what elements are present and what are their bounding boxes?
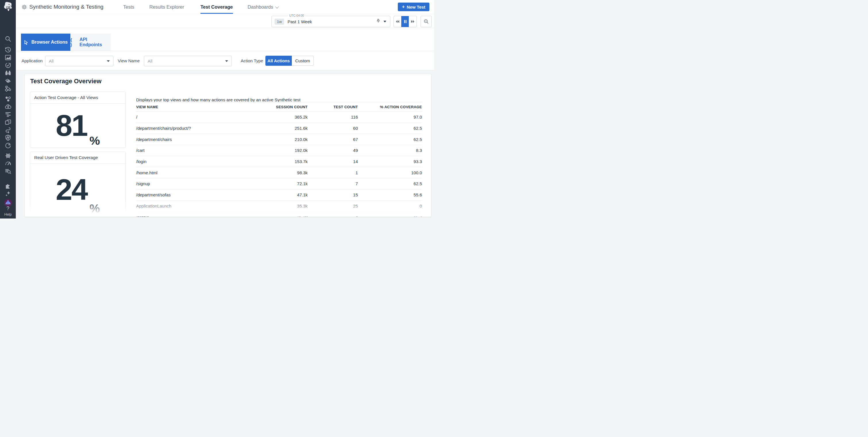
table-row[interactable]: /home.html98.3k1100.0	[136, 167, 422, 178]
coverage-tabstrip: Browser Actions { } API Endpoints	[16, 28, 434, 51]
pin-icon[interactable]	[376, 19, 380, 24]
table-row[interactable]: /signup72.1k762.5	[136, 178, 422, 189]
sidebar-divider	[4, 151, 12, 151]
view-name-cell: /signup	[136, 181, 245, 186]
nav-error-tracking-icon[interactable]	[5, 153, 11, 159]
table-row[interactable]: ApplicationLaunch35.3k250	[136, 201, 422, 212]
datadog-logo[interactable]	[2, 2, 14, 12]
timeframe-label: Past 1 Week	[287, 19, 312, 24]
action-type-option-custom[interactable]: Custom	[292, 56, 314, 66]
help-icon[interactable]: ?	[0, 206, 16, 212]
nav-ci-cd-icon[interactable]	[5, 127, 11, 133]
time-controls-bar: UTC-04:00 1w Past 1 Week	[16, 14, 434, 28]
plus-icon: +	[402, 4, 405, 10]
nav-rum-icon[interactable]	[5, 119, 11, 125]
value-cell: 100.0	[358, 170, 422, 175]
nav-integrations-icon[interactable]	[5, 183, 11, 189]
nav-cloud-cost-icon[interactable]	[5, 103, 11, 110]
coverage-table: VIEW NAMESESSION COUNTTEST COUNT% ACTION…	[136, 102, 422, 217]
value-cell: 35.3k	[245, 215, 308, 217]
nav-monitors-icon[interactable]	[5, 62, 11, 69]
nav-security-icon[interactable]	[5, 134, 11, 141]
panel-title: Test Coverage Overview	[30, 78, 101, 85]
column-header[interactable]: TEST COUNT	[308, 105, 358, 109]
view-name-cell: ApplicationLaunch	[136, 204, 245, 209]
sidebar: ?Help	[0, 0, 16, 218]
nav-profiling-icon[interactable]	[5, 160, 11, 167]
table-row[interactable]: /365.2k11697.0	[136, 112, 422, 123]
value-cell: 25	[308, 204, 358, 209]
nav-service-catalog-icon[interactable]	[5, 77, 11, 84]
nav-infrastructure-icon[interactable]	[5, 96, 11, 102]
table-row[interactable]: /department/chairs/product/?251.6k6062.5	[136, 123, 422, 134]
nav-tab-results-explorer[interactable]: Results Explorer	[149, 0, 184, 14]
braces-icon: { }	[70, 37, 77, 47]
pause-button[interactable]	[401, 16, 409, 27]
card-title: Action Test Coverage - All Views	[30, 92, 126, 104]
nav-watchdog-icon[interactable]	[5, 70, 11, 76]
view-name-dropdown[interactable]: All	[144, 56, 232, 66]
dropdown-caret-icon	[225, 60, 228, 62]
action-type-option-all-actions[interactable]: All Actions	[266, 56, 292, 66]
value-cell: 49	[308, 148, 358, 153]
view-name-cell: /department/chairs	[136, 137, 245, 142]
value-cell: 15	[308, 192, 358, 197]
sidebar-divider	[4, 45, 12, 45]
tab-api-endpoints[interactable]: { } API Endpoints	[70, 34, 111, 51]
application-dropdown[interactable]: All	[45, 56, 114, 66]
nav-search-icon[interactable]	[5, 36, 11, 42]
nav-audit-trail-icon[interactable]	[5, 168, 11, 175]
zoom-out-button[interactable]	[421, 16, 432, 27]
value-cell: 98.3k	[245, 170, 308, 175]
table-row[interactable]: /department/chairs210.0k6762.5	[136, 134, 422, 145]
tab-browser-actions[interactable]: Browser Actions	[21, 34, 70, 51]
real-user-coverage-card: Real User Driven Test Coverage 24 %	[30, 152, 126, 216]
value-cell: 35.3k	[245, 204, 308, 209]
coverage-value: 24	[56, 176, 87, 204]
column-header[interactable]: % ACTION COVERAGE	[358, 105, 422, 109]
nav-bits-ai-icon[interactable]	[5, 190, 11, 197]
table-row[interactable]: /cart192.0k498.3	[136, 145, 422, 156]
value-cell: 365.2k	[245, 115, 308, 120]
table-row[interactable]: /profile35.3k416.7	[136, 212, 422, 217]
value-cell: 7	[308, 181, 358, 186]
view-name-cell: /login	[136, 159, 245, 164]
value-cell: 14	[308, 159, 358, 164]
nav-tab-test-coverage[interactable]: Test Coverage	[200, 0, 233, 14]
value-cell: 97.0	[358, 115, 422, 120]
nav-service-map-icon[interactable]	[5, 85, 11, 92]
column-header[interactable]: VIEW NAME	[136, 105, 245, 109]
timeframe-chip: 1w	[275, 19, 284, 25]
table-row[interactable]: /department/sofas47.1k1555.6	[136, 189, 422, 201]
sidebar-divider	[4, 94, 12, 94]
value-cell: 72.1k	[245, 181, 308, 186]
table-row[interactable]: /login153.7k1493.3	[136, 156, 422, 167]
nav-logs-icon[interactable]	[5, 111, 11, 118]
nav-tab-tests[interactable]: Tests	[123, 0, 134, 14]
skip-forward-button[interactable]	[409, 16, 416, 27]
uptime-globe-icon	[22, 4, 27, 11]
nav-history-icon[interactable]	[5, 46, 11, 53]
skip-backward-button[interactable]	[394, 16, 401, 27]
top-header: Synthetic Monitoring & Testing TestsResu…	[16, 0, 434, 14]
timeframe-picker[interactable]: UTC-04:00 1w Past 1 Week	[272, 16, 390, 27]
value-cell: 4	[308, 215, 358, 217]
value-cell: 251.6k	[245, 126, 308, 131]
help-label[interactable]: Help	[0, 213, 16, 217]
nav-tab-dashboards[interactable]: Dashboards	[248, 0, 278, 14]
page-title: Synthetic Monitoring & Testing	[29, 0, 103, 14]
content-area: Test Coverage Overview Action Test Cover…	[0, 70, 434, 218]
column-header[interactable]: SESSION COUNT	[245, 105, 308, 109]
new-test-button[interactable]: + New Test	[398, 3, 429, 11]
value-cell: 0	[358, 204, 422, 209]
nav-metrics-icon[interactable]	[5, 54, 11, 61]
application-filter-label: Application	[22, 51, 42, 70]
value-cell: 62.5	[358, 137, 422, 142]
view-name-cell: /home.html	[136, 170, 245, 175]
timeframe-caret-icon[interactable]	[383, 21, 386, 22]
cursor-icon	[24, 40, 28, 45]
value-cell: 8.3	[358, 148, 422, 153]
nav-service-management-icon[interactable]	[5, 142, 11, 149]
table-header-row: VIEW NAMESESSION COUNTTEST COUNT% ACTION…	[136, 102, 422, 112]
coverage-unit: %	[90, 135, 100, 147]
